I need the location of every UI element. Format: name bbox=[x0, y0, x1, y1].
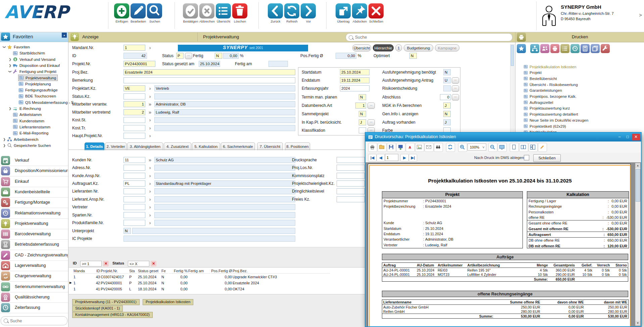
status-kz-field[interactable] bbox=[123, 93, 145, 99]
grid-cell[interactable]: 0,00 bbox=[169, 274, 188, 280]
dialog-pdf-button[interactable]: A bbox=[406, 143, 415, 152]
status-kz-chevron[interactable]: › bbox=[147, 93, 153, 99]
schwierigkeit-field[interactable] bbox=[337, 180, 365, 187]
first-page-button[interactable]: |◀ bbox=[368, 154, 377, 162]
print-item-projektpos-bezogene-kalk[interactable]: Projektpos. bezogene Kalk. bbox=[524, 94, 577, 99]
module-betriebsdatenerfassung[interactable]: Betriebsdatenerfassung bbox=[0, 239, 68, 250]
adress-nr-chevron[interactable]: › bbox=[147, 165, 153, 171]
module-zeiterfassung[interactable]: Zeiterfassung bbox=[0, 302, 68, 313]
dialog-titlebar[interactable]: Druckvorschau: Projektkalkulation Istkos… bbox=[365, 133, 641, 141]
grid-cell[interactable]: P bbox=[129, 274, 137, 280]
panel-calc-button[interactable] bbox=[581, 44, 590, 53]
gen-info-field[interactable]: N bbox=[443, 111, 451, 117]
fertig-flag-field[interactable]: N bbox=[215, 53, 222, 59]
tree-item-projektplanung[interactable]: Projektplanung bbox=[0, 81, 82, 87]
sparten-nr-chevron[interactable]: › bbox=[147, 212, 153, 218]
grid-col-proj-bez[interactable]: Proj.Bez. bbox=[233, 268, 330, 274]
dialog-save-button[interactable] bbox=[387, 143, 396, 152]
datumberech-picker[interactable]: ... bbox=[367, 103, 375, 109]
tree-item-bde-touchscreen[interactable]: BDE Touchscreen bbox=[0, 93, 82, 99]
module-disposition-kommissionierung[interactable]: Disposition/Kommissionierung bbox=[0, 166, 68, 176]
panel-pages-button[interactable] bbox=[591, 44, 600, 53]
tab-kalkulation[interactable]: 5. Kalkulation bbox=[192, 142, 220, 150]
tree-expander-icon[interactable]: ❯ bbox=[2, 138, 7, 141]
haupt-projekt-chevron[interactable]: › bbox=[147, 133, 153, 139]
minimize-button[interactable]: – bbox=[615, 134, 624, 140]
grid-cell[interactable]: 1 bbox=[73, 286, 85, 292]
dialog-fullscreen-button[interactable] bbox=[498, 143, 507, 152]
dialog-open-button[interactable] bbox=[378, 143, 387, 152]
module-lagerverwaltung[interactable]: Lagerverwaltung bbox=[0, 260, 68, 271]
grid-col-sta[interactable]: Sta bbox=[129, 268, 137, 274]
auftragsart-chevron[interactable]: › bbox=[147, 180, 153, 187]
dialog-single-page-button[interactable] bbox=[510, 143, 519, 152]
grid-col-fertig-am[interactable]: Fertig am bbox=[188, 268, 210, 274]
sparten-nr-field[interactable] bbox=[123, 212, 145, 218]
dialog-find-button[interactable] bbox=[434, 143, 443, 152]
grid-cell[interactable]: 42 bbox=[86, 280, 100, 286]
forward-button[interactable] bbox=[301, 3, 316, 18]
sidebar-search-input[interactable] bbox=[9, 318, 64, 324]
grid-cell[interactable]: 0,00 bbox=[169, 280, 188, 286]
panel-printer-button[interactable] bbox=[550, 44, 559, 53]
grid-cell[interactable]: 1 bbox=[73, 274, 85, 280]
filter-id-remove[interactable]: ✕ bbox=[103, 261, 109, 267]
dialog-refresh-button[interactable] bbox=[446, 143, 455, 152]
kunde-ansp-field[interactable] bbox=[123, 173, 145, 179]
next-page-button[interactable]: ▶ bbox=[400, 154, 409, 162]
print-item-projektkalkulation-istkosten[interactable]: Projektkalkulation Istkosten bbox=[524, 64, 576, 70]
dialog-zoom-out-button[interactable] bbox=[488, 143, 497, 152]
module-kundenbeistellteile[interactable]: Kundenbeistellteile bbox=[0, 187, 68, 198]
tag-projektkalkulation[interactable]: Projektkalkulation Istkosten bbox=[143, 299, 193, 305]
dialog-print-button[interactable] bbox=[368, 143, 377, 152]
dialog-image-button[interactable] bbox=[415, 143, 424, 152]
main-search[interactable] bbox=[346, 33, 512, 41]
risiko-picker[interactable]: ... bbox=[452, 85, 459, 92]
scroll-thumb[interactable] bbox=[636, 169, 640, 202]
grid-cell[interactable]: Ersatzteile 2024 bbox=[233, 280, 330, 286]
dialog-export-button[interactable] bbox=[396, 143, 405, 152]
grid-cell[interactable]: P bbox=[129, 280, 137, 286]
view-kampagne-button[interactable]: Kampagne bbox=[435, 44, 459, 51]
tag-kontaktmanagement[interactable]: Kontaktmanagement (HRG13 - KA16470002) bbox=[72, 312, 153, 318]
print-item-neue-seite-im-dokuwiki-erzeugen[interactable]: Neue Seite im DokuWiki erzeugen bbox=[524, 117, 588, 123]
module-barcodeverwaltung[interactable]: Barcodeverwaltung bbox=[0, 229, 68, 240]
print-item-auftragszettel[interactable]: Auftragszettel bbox=[524, 99, 553, 105]
grid-cell[interactable]: 0,00 bbox=[169, 286, 188, 292]
scroll-up-button[interactable]: ▲ bbox=[62, 33, 67, 38]
tab-zusatztext[interactable]: 4. Zusatztext bbox=[164, 142, 191, 150]
cancel-button[interactable] bbox=[199, 3, 214, 18]
dialog-facing-pages-button[interactable] bbox=[519, 143, 528, 152]
view-calendar-button[interactable]: 1 bbox=[395, 44, 402, 51]
print-item-projekt[interactable]: Projekt bbox=[524, 70, 542, 76]
delete-button[interactable] bbox=[232, 3, 247, 18]
grid-cell[interactable]: 0,00 bbox=[211, 280, 232, 286]
scroll-up-arrow[interactable]: ▲ bbox=[635, 163, 640, 168]
print-item-projektauswertung-detailliert[interactable]: Projektauswertung detailliert bbox=[524, 112, 578, 117]
freies-kz-field[interactable] bbox=[337, 196, 365, 202]
module-reklamationsverwaltung[interactable]: Reklamationsverwaltung bbox=[0, 208, 68, 219]
grid-col-pos-fertig[interactable]: Pos.Fertig Ø bbox=[211, 268, 232, 274]
overview-button[interactable] bbox=[216, 3, 231, 18]
search-button[interactable] bbox=[147, 3, 162, 18]
panel-history-button[interactable] bbox=[571, 44, 580, 53]
module-chargenverwaltung[interactable]: Chargenverwaltung bbox=[0, 271, 68, 282]
erfassungsjahr-field[interactable]: 2024 bbox=[340, 85, 369, 91]
enddatum-field[interactable]: 19.11.2024 bbox=[340, 77, 369, 83]
projekt-nr-field[interactable]: PV24430001 bbox=[123, 61, 155, 67]
dialog-edit-button[interactable] bbox=[538, 143, 547, 152]
produktfamilie-field[interactable] bbox=[123, 220, 145, 226]
mandant-field[interactable]: 1 bbox=[123, 45, 145, 51]
dialog-zoom-in-button[interactable] bbox=[458, 143, 467, 152]
panel-list-button[interactable] bbox=[560, 44, 569, 53]
dialog-email-button[interactable] bbox=[425, 143, 434, 152]
tab-verteiler[interactable]: 2. Verteiler bbox=[105, 142, 127, 150]
grid-col-fe[interactable]: Fe bbox=[161, 268, 168, 274]
module-seriennummernverwaltung[interactable]: Seriennummernverwaltung bbox=[0, 282, 68, 292]
last-page-button[interactable]: ▶| bbox=[409, 154, 417, 162]
tree-expander-icon[interactable]: ❯ bbox=[2, 144, 7, 147]
kost-st-field[interactable] bbox=[123, 117, 145, 123]
lieferant-ansp-field[interactable] bbox=[123, 196, 145, 202]
back-button[interactable] bbox=[268, 3, 283, 18]
ausfuhr-antrag-picker[interactable]: ... bbox=[452, 77, 459, 84]
